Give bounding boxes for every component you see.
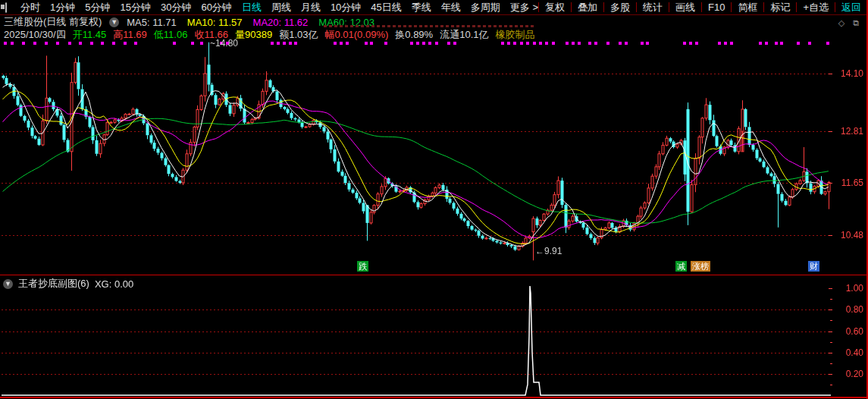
event-badge-财[interactable]: 财 (808, 261, 819, 272)
signal-marker-icon (112, 42, 115, 45)
tool-item-返回[interactable]: 返回 (835, 1, 867, 14)
chevron-down-icon[interactable]: ▼ (109, 17, 119, 27)
quote-field: 2025/10/30/四 (4, 28, 66, 42)
ma-value: MA20: 11.62 (253, 17, 309, 28)
signal-marker-icon (4, 42, 7, 45)
period-item-多周期[interactable]: 多周期 (471, 1, 500, 14)
signal-marker-icon (346, 42, 349, 45)
signal-marker-icon (646, 42, 649, 45)
alert-dash-icon (340, 25, 343, 27)
period-item-10分钟[interactable]: 10分钟 (331, 1, 361, 14)
alert-dash-icon (356, 25, 359, 27)
tool-menu: 复权叠加多股统计画线F10简框标记+自选返回 (538, 1, 867, 14)
event-badge-跌[interactable]: 跌 (357, 261, 368, 272)
signal-marker-icon (289, 42, 292, 45)
quote-field: 流通10.1亿 (440, 28, 488, 42)
period-item-15分钟[interactable]: 15分钟 (120, 1, 150, 14)
alert-dash-icon (382, 25, 385, 27)
indicator-title[interactable]: 王者抄底副图(6) (18, 277, 89, 291)
quote-line: 2025/10/30/四开11.45高11.69低11.06收11.66量903… (0, 29, 868, 40)
alert-dash-icon (451, 25, 454, 27)
tool-item-叠加[interactable]: 叠加 (572, 1, 603, 14)
tool-item-F10[interactable]: F10 (702, 2, 731, 13)
quote-field: 低11.06 (154, 28, 188, 42)
quote-field: 高11.69 (113, 28, 147, 42)
period-item-5分钟[interactable]: 5分钟 (85, 1, 110, 14)
signal-marker-icon (572, 42, 575, 45)
tool-item-多股[interactable]: 多股 (604, 1, 636, 14)
chevron-down-icon[interactable]: ▼ (3, 279, 13, 289)
alert-dash-icon (387, 25, 390, 27)
signal-marker-icon (340, 42, 343, 45)
alert-dash-icon (446, 25, 449, 27)
main-candlestick-panel[interactable]: 14.1012.8111.6510.48~14.80←9.91跌减涨榜财 (0, 41, 868, 275)
tool-item-复权[interactable]: 复权 (539, 1, 571, 14)
signal-marker-icon (79, 42, 82, 45)
indicator-canvas[interactable] (0, 275, 868, 397)
signal-marker-icon (566, 42, 569, 45)
signal-marker-icon (101, 42, 104, 45)
signal-marker-icon (594, 42, 597, 45)
value-axis-label: 0.20 (832, 369, 863, 379)
ma-value: MA10: 11.57 (187, 17, 243, 28)
period-item-45日线[interactable]: 45日线 (371, 1, 401, 14)
period-item-更多 >[interactable]: 更多 > (510, 1, 538, 14)
period-item-月线[interactable]: 月线 (301, 1, 321, 14)
signal-marker-icon (775, 42, 778, 45)
signal-marker-icon (619, 42, 622, 45)
alert-dash-icon (499, 25, 502, 27)
period-item-日线[interactable]: 日线 (242, 1, 262, 14)
tool-item-+自选[interactable]: +自选 (797, 1, 835, 14)
sub-indicator-panel[interactable]: ▼ 王者抄底副图(6) XG: 0.00 1.000.800.600.400.2… (0, 275, 868, 397)
signal-marker-icon (797, 42, 800, 45)
signal-marker-icon (370, 42, 373, 45)
signal-marker-icon (730, 42, 733, 45)
signal-marker-icon (513, 42, 516, 45)
sub-indicator-header: ▼ 王者抄底副图(6) XG: 0.00 (3, 277, 133, 291)
high-price-annotation: ~14.80 (210, 38, 238, 49)
period-item-分时[interactable]: 分时 (20, 1, 40, 14)
candlestick-canvas[interactable] (0, 41, 868, 275)
tdx-stock-app-window: { "colors":{"up":"#ff3e3e","down":"#55ff… (0, 0, 868, 399)
period-item-30分钟[interactable]: 30分钟 (161, 1, 191, 14)
signal-marker-icon (435, 42, 438, 45)
tool-item-画线[interactable]: 画线 (669, 1, 701, 14)
quote-field: 量90389 (235, 28, 272, 42)
corner-icons[interactable]: ◇ ⧉ (838, 18, 862, 28)
tool-item-统计[interactable]: 统计 (637, 1, 669, 14)
indicator-xg-value: XG: 0.00 (95, 278, 133, 290)
tool-item-简框[interactable]: 简框 (732, 1, 763, 14)
signal-marker-icon (416, 42, 419, 45)
period-item-周线[interactable]: 周线 (271, 1, 291, 14)
period-item-60分钟[interactable]: 60分钟 (201, 1, 231, 14)
period-item-季线[interactable]: 季线 (412, 1, 431, 14)
quote-field: 额1.03亿 (279, 28, 318, 42)
alert-dash-icon (324, 25, 327, 27)
signal-marker-icon (526, 42, 529, 45)
stock-title[interactable]: 三维股份(日线 前复权) (4, 15, 102, 29)
signal-marker-icon (410, 42, 413, 45)
period-item-1分钟[interactable]: 1分钟 (50, 1, 75, 14)
event-badge-减[interactable]: 减 (675, 261, 687, 272)
alert-dash-icon (361, 25, 364, 27)
value-axis-label: 1.00 (832, 283, 863, 294)
signal-marker-icon (539, 42, 542, 45)
axis-minor-tick (830, 385, 832, 385)
period-item-年线[interactable]: 年线 (441, 1, 461, 14)
signal-marker-icon (808, 42, 811, 45)
signal-marker-icon (277, 42, 280, 45)
signal-marker-icon (294, 42, 297, 45)
tool-item-标记[interactable]: 标记 (764, 1, 796, 14)
signal-marker-icon (200, 42, 203, 45)
window-layout-icon[interactable] (5, 2, 7, 13)
value-axis-label: 0.60 (832, 326, 863, 337)
value-axis-label: 0.40 (832, 347, 863, 358)
event-badge-涨榜[interactable]: 涨榜 (691, 261, 710, 272)
top-menu-bar: 分时1分钟5分钟15分钟30分钟60分钟日线周线月线10分钟45日线季线年线多周… (0, 0, 868, 15)
signal-marker-icon (384, 42, 387, 45)
signal-marker-icon (447, 42, 450, 45)
signal-marker-icon (718, 42, 721, 45)
price-axis-label: 10.48 (832, 230, 863, 240)
alert-dash-icon (435, 25, 438, 27)
alert-dash-icon (488, 25, 491, 27)
